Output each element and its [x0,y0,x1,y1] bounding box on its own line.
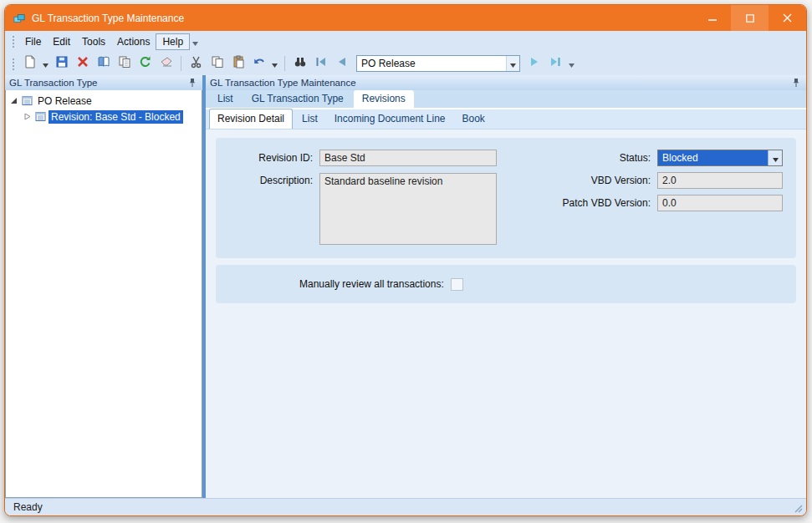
tree-node-po-release[interactable]: PO Release [6,93,202,109]
revision-group: Revision ID: Base Std Description: Stand… [216,138,796,258]
binoculars-icon [294,55,307,72]
revision-detail-form: Revision ID: Base Std Description: Stand… [206,129,806,498]
close-button[interactable] [769,5,806,31]
menubar: File Edit Tools Actions Help [5,31,806,52]
previous-record-icon [336,56,347,71]
vbd-version-field[interactable]: 2.0 [657,172,783,189]
minimize-icon [708,11,717,26]
cut-button[interactable] [186,54,207,73]
tree-node-revision[interactable]: Revision: Base Std - Blocked [6,109,202,124]
chevron-down-icon [192,34,198,49]
subtab-book[interactable]: Book [454,109,492,129]
paste-button[interactable] [227,54,248,73]
chevron-down-icon [569,56,575,71]
new-dropdown-button[interactable] [40,54,51,73]
record-selector-dropdown-button[interactable] [506,56,519,71]
chevron-down-icon [510,56,516,71]
last-record-icon [549,56,562,71]
maximize-button[interactable] [731,5,769,31]
save-button[interactable] [51,54,72,73]
patch-vbd-version-label: Patch VBD Version: [563,197,651,209]
manual-review-group: Manually review all transactions: [216,265,796,303]
tree-panel-title: GL Transaction Type [9,78,186,88]
main-area: GL Transaction Type PO Release [5,75,806,498]
chevron-down-icon [43,56,49,71]
toolbar-separator [284,56,285,71]
minimize-button[interactable] [693,5,731,31]
menu-actions[interactable]: Actions [111,33,156,50]
previous-record-button[interactable] [331,54,352,73]
eraser-icon [160,55,173,72]
status-text: Ready [13,501,791,513]
detail-panel-header: GL Transaction Type Maintenance [206,75,806,90]
description-label: Description: [229,175,313,186]
duplicate-button[interactable] [114,54,135,73]
book-button[interactable] [93,54,114,73]
copy-button[interactable] [207,54,227,73]
detail-panel: GL Transaction Type Maintenance List GL … [206,75,806,498]
description-field[interactable]: Standard baseline revision [319,173,497,245]
menu-help[interactable]: Help [156,33,190,50]
first-record-icon [314,56,327,71]
menu-edit[interactable]: Edit [47,33,76,50]
toolbar-overflow-button[interactable] [566,56,576,71]
record-selector-value: PO Release [357,56,506,71]
tree-panel: GL Transaction Type PO Release [5,75,202,498]
search-button[interactable] [289,54,310,73]
copy-icon [211,55,224,72]
sub-tab-strip: Revision Detail List Incoming Document L… [206,109,806,129]
revision-id-field[interactable]: Base Std [319,150,497,166]
toolbar-separator [181,56,181,71]
resize-grip-icon[interactable] [791,501,803,513]
revision-group-right-column: Status: Blocked VBD Version: 2.0 [563,150,783,217]
save-icon [55,55,69,72]
menu-file[interactable]: File [19,33,47,50]
first-record-button[interactable] [310,54,331,73]
pin-icon[interactable] [790,77,802,89]
window-title: GL Transaction Type Maintenance [32,13,693,24]
next-record-icon [529,56,540,71]
pin-icon[interactable] [186,77,198,89]
manual-review-checkbox[interactable] [451,278,463,291]
revision-id-label: Revision ID: [229,152,313,164]
toolbar-grip[interactable] [12,58,15,70]
new-button[interactable] [19,54,40,73]
app-window: GL Transaction Type Maintenance File Edi… [4,4,807,516]
tree-node-label[interactable]: PO Release [35,94,94,108]
clipboard-icon [232,55,245,72]
tab-list[interactable]: List [209,90,242,108]
record-sheet-icon [21,95,33,107]
tab-gl-transaction-type[interactable]: GL Transaction Type [243,90,352,108]
manual-review-label: Manually review all transactions: [299,278,444,290]
subtab-incoming-document-line[interactable]: Incoming Document Line [327,109,453,129]
patch-vbd-version-field[interactable]: 0.0 [657,195,783,211]
clear-button[interactable] [156,54,176,73]
subtab-revision-detail[interactable]: Revision Detail [209,109,293,129]
last-record-button[interactable] [545,54,566,73]
undo-button[interactable] [248,54,269,73]
refresh-icon [139,55,152,72]
statusbar: Ready [5,498,806,515]
expanded-triangle-icon[interactable] [9,96,18,105]
menubar-grip[interactable] [12,35,15,48]
menu-tools[interactable]: Tools [76,33,111,50]
next-record-button[interactable] [524,54,545,73]
undo-dropdown-button[interactable] [269,54,280,73]
app-icon [13,13,25,24]
tree-node-label-selected[interactable]: Revision: Base Std - Blocked [49,110,183,124]
tree-panel-header: GL Transaction Type [5,75,202,90]
status-combo[interactable]: Blocked [657,150,783,166]
collapsed-triangle-icon[interactable] [23,112,32,121]
menubar-overflow-button[interactable] [190,34,200,49]
titlebar: GL Transaction Type Maintenance [5,5,806,31]
undo-icon [253,55,266,72]
tab-revisions[interactable]: Revisions [354,90,414,108]
record-sheet-icon [34,111,46,123]
toolbar: PO Release [5,52,806,75]
delete-button[interactable] [72,54,93,73]
record-selector-combo[interactable]: PO Release [356,55,520,72]
close-icon [783,11,792,26]
status-combo-dropdown-button[interactable] [768,150,782,165]
subtab-list[interactable]: List [294,109,325,129]
refresh-button[interactable] [135,54,156,73]
